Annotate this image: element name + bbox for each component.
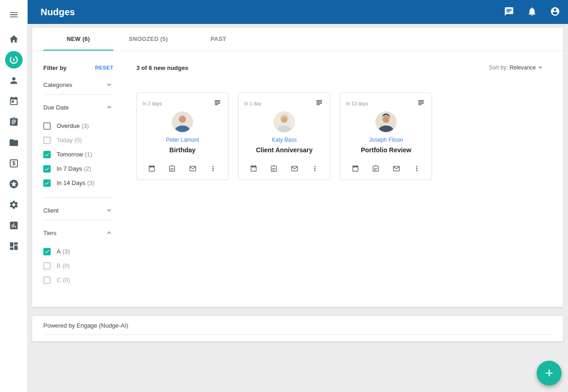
more-vert-icon [311,165,319,173]
filter-option-today[interactable]: Today (0) [43,133,113,147]
filter-option-tier-c[interactable]: C (0) [43,273,113,287]
filter-option-overdue[interactable]: Overdue (3) [43,119,113,133]
nudge-card: In 1 day Katy Bass Client Anniversary [238,92,330,180]
due-label: In 1 day [244,98,261,106]
email-action-button[interactable] [290,164,299,175]
dollar-square-icon: $ [9,158,19,168]
more-vert-icon [209,165,217,173]
calendar-action-button[interactable] [147,164,157,175]
menu-icon [9,10,19,20]
person-icon [9,75,19,86]
nudge-card: In 13 days Joseph Filson Portfolio Revie… [340,92,432,180]
notifications-button[interactable] [527,6,538,17]
chevron-up-icon [105,229,113,237]
sidebar-item-calendar[interactable] [0,91,28,111]
due-date-options: Overdue (3) Today (0) Tomorrow (1) [43,117,113,197]
bell-icon [527,6,537,17]
subject-icon [417,98,425,107]
page-title: Nudges [41,7,75,17]
calendar-action-button[interactable] [351,164,360,175]
client-link[interactable]: Joseph Filson [369,137,403,143]
note-action-button[interactable] [269,164,279,175]
avatar[interactable] [375,111,397,133]
filter-option-tomorrow[interactable]: Tomorrow (1) [43,147,113,161]
sidebar-item-tasks[interactable] [0,111,28,132]
nudge-details-button[interactable] [416,98,426,109]
messages-button[interactable] [504,6,515,17]
dropdown-arrow-icon [536,63,545,72]
tab-new[interactable]: NEW (6) [43,28,113,51]
filter-option-tier-b[interactable]: B (0) [43,259,113,273]
more-actions-button[interactable] [310,164,320,175]
tab-bar: NEW (6) SNOOZED (5) PAST [32,28,563,51]
nudge-details-button[interactable] [314,98,324,109]
filter-option-in-14-days[interactable]: In 14 Days (3) [43,176,113,190]
filter-option-tier-a[interactable]: A (3) [43,244,113,259]
nudge-details-button[interactable] [212,98,223,109]
nudges-panel: NEW (6) SNOOZED (5) PAST Filter by RESET… [32,28,563,307]
star-circle-icon [9,179,19,189]
email-action-button[interactable] [392,164,401,175]
checkbox-checked [43,248,51,255]
note-icon [270,165,278,173]
filter-section-tiers[interactable]: Tiers [43,223,113,242]
nudge-title: Birthday [170,146,196,154]
nudge-cards-area: 3 of 6 new nudges Sort by: Relevance In … [136,63,545,294]
filter-section-due-date[interactable]: Due Date [43,98,113,117]
sidebar-item-documents[interactable] [0,132,28,153]
sidebar-item-favorites[interactable] [0,173,28,194]
filter-option-in-7-days[interactable]: In 7 Days (2) [43,161,113,176]
sidebar-item-billing[interactable]: $ [0,153,28,173]
divider [43,220,113,220]
filter-section-categories[interactable]: Categories [43,75,113,94]
sidebar-item-dashboard[interactable] [0,236,28,256]
chevron-down-icon [105,81,113,89]
more-vert-icon [413,165,421,173]
sidebar-item-clients[interactable] [0,70,28,91]
sort-dropdown[interactable]: Sort by: Relevance [489,63,545,72]
card-actions [142,164,223,176]
header-actions [504,6,561,17]
tab-snoozed[interactable]: SNOOZED (5) [113,28,183,51]
client-link[interactable]: Peter Lamont [166,137,199,143]
checkbox [43,277,51,284]
mail-icon [291,165,299,173]
note-action-button[interactable] [167,164,177,175]
clipboard-icon [9,117,19,127]
avatar[interactable] [172,111,193,133]
sidebar-item-settings[interactable] [0,194,28,215]
app-header: Nudges [28,0,568,24]
more-actions-button[interactable] [208,164,218,175]
note-action-button[interactable] [371,164,381,175]
calendar-icon [351,165,359,173]
footer-bar: Powered by Engage (Nudge-AI) [32,316,563,341]
card-actions [244,164,324,176]
plus-icon: + [545,365,553,381]
account-button[interactable] [550,6,561,17]
more-actions-button[interactable] [412,164,422,175]
calendar-icon [9,96,19,106]
checkbox-checked [43,151,51,158]
sidebar-item-reports[interactable] [0,215,28,236]
add-nudge-fab[interactable]: + [537,361,562,386]
client-link[interactable]: Katy Bass [272,137,297,143]
reset-filters-button[interactable]: RESET [95,65,113,70]
card-actions [346,164,426,176]
hamburger-menu-button[interactable] [0,6,28,24]
avatar[interactable] [274,111,295,133]
filter-section-client[interactable]: Client [43,201,113,220]
folder-icon [9,138,19,148]
sidebar-item-nudges[interactable] [0,49,28,70]
tab-past[interactable]: PAST [183,28,253,51]
check-icon [44,166,50,172]
svg-text:$: $ [12,160,15,167]
gear-icon [9,200,19,210]
nudge-card-list: In 2 days Peter Lamont Birthday [136,92,545,180]
filter-panel: Filter by RESET Categories Due Date [43,63,113,294]
note-icon [168,165,176,173]
filter-header: Filter by RESET [43,63,113,72]
subject-icon [315,98,323,107]
email-action-button[interactable] [188,164,198,175]
sidebar-item-home[interactable] [0,29,28,49]
calendar-action-button[interactable] [249,164,258,175]
